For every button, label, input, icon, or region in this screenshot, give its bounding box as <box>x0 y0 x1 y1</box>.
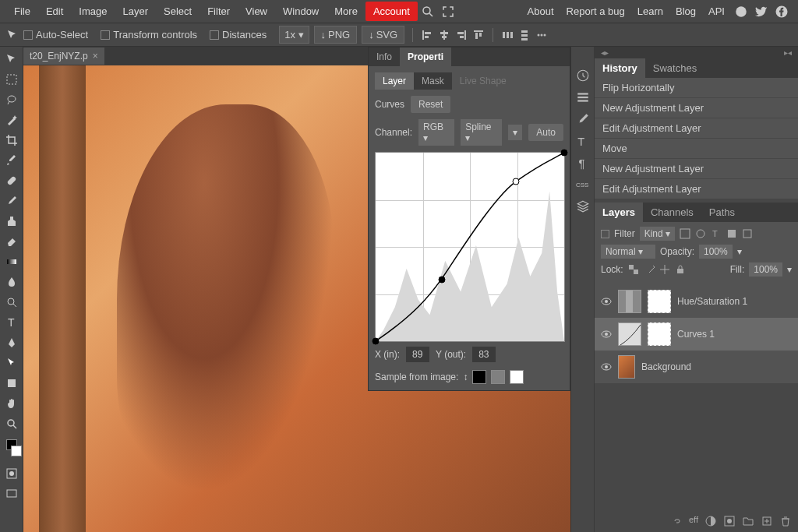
visibility-icon[interactable] <box>601 361 612 372</box>
filter-adjust-icon[interactable] <box>695 228 706 239</box>
filter-checkbox[interactable] <box>601 230 609 238</box>
fill-dropdown-icon[interactable]: ▾ <box>787 264 792 275</box>
menu-file[interactable]: File <box>6 1 38 22</box>
quickmask-tool[interactable] <box>2 464 21 483</box>
lock-image-icon[interactable] <box>644 264 655 275</box>
opacity-input[interactable]: 100% <box>699 245 733 259</box>
more-align-icon[interactable] <box>535 29 548 41</box>
mask-subtab[interactable]: Mask <box>414 72 452 90</box>
layer-mask-thumb[interactable] <box>648 322 671 346</box>
align-center-h-icon[interactable] <box>438 29 450 41</box>
properties-panel-icon[interactable] <box>576 90 590 104</box>
move-tool[interactable] <box>2 50 21 69</box>
export-svg-button[interactable]: ↓ SVG <box>362 26 404 44</box>
layer-thumb[interactable] <box>618 322 641 346</box>
align-right-icon[interactable] <box>455 29 468 41</box>
menu-layer[interactable]: Layer <box>115 1 157 22</box>
brush-tool[interactable] <box>2 192 21 210</box>
channels-tab[interactable]: Channels <box>643 203 701 222</box>
marquee-tool[interactable] <box>2 70 21 89</box>
new-layer-icon[interactable] <box>761 515 773 527</box>
layer-mask-thumb[interactable] <box>648 290 671 313</box>
fill-input[interactable]: 100% <box>749 262 782 277</box>
panel-collapse-row[interactable]: ◂▸▸◂ <box>595 47 798 58</box>
sample-eyedropper-icon[interactable]: ↕ <box>463 372 468 382</box>
filter-text-icon[interactable]: T <box>711 228 722 239</box>
transform-controls-checkbox[interactable]: Transform controls <box>101 29 197 41</box>
fullscreen-icon[interactable] <box>441 5 455 19</box>
menu-select[interactable]: Select <box>156 1 200 22</box>
layer-name[interactable]: Curves 1 <box>677 329 715 340</box>
layer-name[interactable]: Hue/Saturation 1 <box>677 296 747 307</box>
history-item[interactable]: Flip Horizontally <box>595 78 798 98</box>
align-left-icon[interactable] <box>421 29 433 41</box>
new-folder-icon[interactable] <box>742 515 754 527</box>
twitter-icon[interactable] <box>754 5 768 19</box>
blend-mode-select[interactable]: Normal ▾ <box>601 245 655 259</box>
curve-point-shadow[interactable] <box>373 338 380 345</box>
curve-point-white[interactable] <box>561 150 568 157</box>
gradient-tool[interactable] <box>2 252 21 271</box>
pen-tool[interactable] <box>2 333 21 352</box>
sample-white[interactable] <box>510 370 524 384</box>
layer-thumb[interactable] <box>618 290 641 313</box>
lasso-tool[interactable] <box>2 90 21 109</box>
filter-shape-icon[interactable] <box>726 228 737 239</box>
link-blog[interactable]: Blog <box>669 1 702 22</box>
channel-select[interactable]: RGB ▾ <box>418 119 454 146</box>
menu-image[interactable]: Image <box>71 1 115 22</box>
visibility-icon[interactable] <box>601 329 612 340</box>
layer-row-curves[interactable]: Curves 1 <box>595 318 798 351</box>
history-item[interactable]: Move <box>595 139 798 159</box>
history-panel-icon[interactable] <box>576 69 590 83</box>
search-icon[interactable] <box>421 5 435 19</box>
adjustment-layer-icon[interactable] <box>704 515 717 527</box>
menu-window[interactable]: Window <box>275 1 327 22</box>
zoom-select[interactable]: 1x ▾ <box>279 26 309 44</box>
zoom-tool[interactable] <box>2 414 21 433</box>
filter-image-icon[interactable] <box>680 228 690 239</box>
character-panel-icon[interactable]: T <box>576 134 590 148</box>
opacity-dropdown-icon[interactable]: ▾ <box>737 246 742 257</box>
layer-subtab[interactable]: Layer <box>375 72 414 90</box>
properties-tab[interactable]: Properti <box>400 48 451 66</box>
distribute-h-icon[interactable] <box>501 29 514 41</box>
shape-tool[interactable] <box>2 374 21 393</box>
layer-row-hue-sat[interactable]: Hue/Saturation 1 <box>595 285 798 318</box>
close-tab-icon[interactable]: × <box>93 51 98 62</box>
history-item[interactable]: Edit Adjustment Layer <box>595 118 798 139</box>
layers-panel-icon[interactable] <box>576 199 590 213</box>
reset-button[interactable]: Reset <box>411 96 450 113</box>
layers-tab[interactable]: Layers <box>595 203 643 222</box>
auto-select-checkbox[interactable]: Auto-Select <box>23 29 88 41</box>
facebook-icon[interactable] <box>775 5 789 19</box>
history-item[interactable]: New Adjustment Layer <box>595 159 798 179</box>
menu-view[interactable]: View <box>238 1 275 22</box>
sample-black[interactable] <box>472 370 486 384</box>
layer-row-background[interactable]: Background <box>595 351 798 383</box>
lock-transparent-icon[interactable] <box>628 264 639 275</box>
eyedropper-tool[interactable] <box>2 151 21 170</box>
magic-wand-tool[interactable] <box>2 111 21 129</box>
link-learn[interactable]: Learn <box>631 1 669 22</box>
brush-panel-icon[interactable] <box>576 112 590 126</box>
curves-graph[interactable] <box>375 152 565 342</box>
swatches-tab[interactable]: Swatches <box>645 58 704 78</box>
layer-effects-icon[interactable]: eff <box>689 515 698 527</box>
x-value[interactable]: 89 <box>406 347 429 362</box>
align-top-icon[interactable] <box>472 29 485 41</box>
curve-point-highlight[interactable] <box>513 178 520 185</box>
path-select-tool[interactable] <box>2 354 21 372</box>
layer-name[interactable]: Background <box>641 361 691 372</box>
history-item[interactable]: New Adjustment Layer <box>595 98 798 118</box>
link-api[interactable]: API <box>702 1 731 22</box>
menu-account[interactable]: Account <box>365 2 418 21</box>
delete-layer-icon[interactable] <box>779 515 792 527</box>
visibility-icon[interactable] <box>601 296 612 307</box>
blur-tool[interactable] <box>2 273 21 291</box>
layer-mask-icon[interactable] <box>723 515 736 527</box>
css-panel-icon[interactable]: CSS <box>576 178 590 192</box>
hand-tool[interactable] <box>2 394 21 413</box>
filter-smart-icon[interactable] <box>742 228 753 239</box>
sample-gray[interactable] <box>491 370 505 384</box>
